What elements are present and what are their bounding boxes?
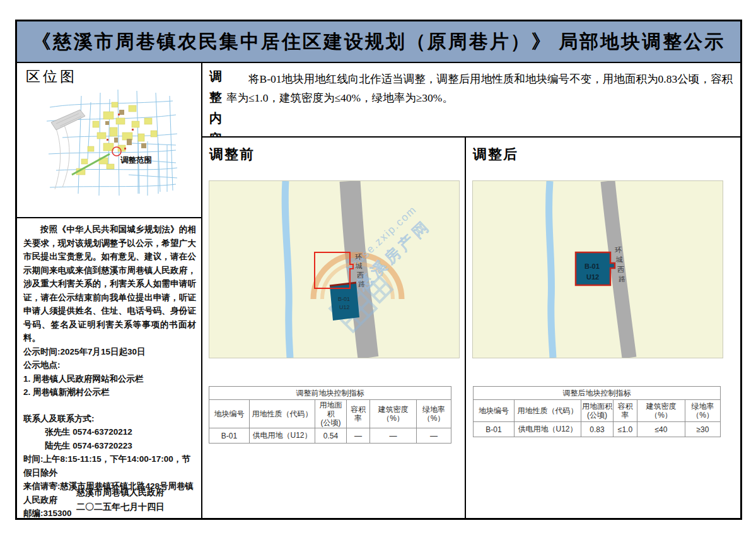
signature-block: 慈溪市周巷镇人民政府 二〇二五年七月十四日 <box>42 485 199 514</box>
adjustment-text: 将B-01地块用地红线向北作适当调整，调整后用地性质和地块编号不变，用地面积为0… <box>226 69 733 107</box>
parcel-after: B-01 U12 <box>576 252 615 285</box>
cell-land-use: 供电用地（U12） <box>515 422 581 437</box>
page-title: 《慈溪市周巷镇农民集中居住区建设规划（原周巷片）》 局部地块调整公示 <box>32 29 726 55</box>
contact-item: 陆先生 0574-63720223 <box>23 439 196 453</box>
cell-density: — <box>370 428 417 444</box>
contact-label: 联系人及联系方式: <box>23 412 196 426</box>
cell-plot-code: B-01 <box>209 428 250 444</box>
after-title: 调整后 <box>473 145 518 164</box>
col-header: 绿地率（%） <box>417 400 451 428</box>
river <box>549 181 553 358</box>
parcel-use-label: U12 <box>586 273 599 281</box>
cell-far: — <box>347 428 370 444</box>
table-row: B-01 供电用地（U12） 0.54 — — — <box>209 428 451 444</box>
adjustment-label: 调 整 内 容 <box>207 68 224 148</box>
col-header: 用地性质（代码） <box>515 400 581 422</box>
cell-density: ≤40 <box>637 422 685 437</box>
location-map-panel: 区位图 <box>17 63 201 218</box>
left-column: 区位图 <box>17 63 202 518</box>
cell-green: ≥30 <box>685 422 721 437</box>
col-header: 地块编号 <box>209 400 250 428</box>
col-header: 用地性质（代码） <box>250 400 315 428</box>
publicity-time: 公示时间:2025年7月15日起30日 <box>23 345 196 359</box>
svg-text:西: 西 <box>617 266 624 273</box>
before-map-svg: house.zxip.com 慈溪房产网 B-01 U12 <box>209 181 459 358</box>
col-header: 用地面积(公顷) <box>315 400 347 428</box>
cell-area: 0.54 <box>315 428 347 444</box>
svg-text:环: 环 <box>615 246 622 254</box>
svg-text:城: 城 <box>615 256 623 263</box>
col-header: 容积率 <box>347 400 370 428</box>
place-label: 公示地点: <box>23 358 196 372</box>
location-minimap: 调整范围 <box>44 83 179 197</box>
parcel-use-label: U12 <box>339 304 350 310</box>
col-header: 建筑密度（%） <box>637 400 685 422</box>
cell-area: 0.83 <box>581 422 614 437</box>
signature-org: 慈溪市周巷镇人民政府 <box>42 485 199 500</box>
adjust-range-label: 调整范围 <box>120 156 152 165</box>
comparison-panels: 调整前 <box>202 138 740 518</box>
cell-far: ≤1.0 <box>614 422 637 437</box>
parcel-code-label: B-01 <box>338 296 350 302</box>
col-header: 地块编号 <box>474 400 515 422</box>
after-control-table: 调整后地块控制指标 地块编号 用地性质（代码） 用地面积(公顷) 容积率 建筑密… <box>473 386 721 437</box>
svg-text:环: 环 <box>355 253 362 261</box>
before-title: 调整前 <box>209 145 255 164</box>
col-header: 用地面积(公顷) <box>581 400 614 422</box>
cell-land-use: 供电用地（U12） <box>250 428 315 444</box>
notice-sheet: 《慈溪市周巷镇农民集中居住区建设规划（原周巷片）》 局部地块调整公示 区位图 <box>15 20 742 520</box>
after-panel: 调整后 B-01 U12 环 城 西 <box>466 138 740 518</box>
table-title: 调整后地块控制指标 <box>474 387 721 400</box>
table-row: B-01 供电用地（U12） 0.83 ≤1.0 ≤40 ≥30 <box>474 422 721 437</box>
minimap-background <box>44 83 179 197</box>
notice-paragraph: 按照《中华人民共和国城乡规划法》的相关要求，现对该规划调整予以公示，希望广大市民… <box>23 223 196 345</box>
office-hours: 时间:上午8:15-11:15，下午14:00-17:00，节假日除外 <box>23 452 196 479</box>
cell-plot-code: B-01 <box>474 422 515 437</box>
notice-text-block: 按照《中华人民共和国城乡规划法》的相关要求，现对该规划调整予以公示，希望广大市民… <box>17 218 201 518</box>
before-panel: 调整前 <box>202 138 466 518</box>
svg-text:路: 路 <box>358 280 365 288</box>
svg-text:城: 城 <box>355 262 363 269</box>
svg-text:路: 路 <box>619 275 625 283</box>
col-header: 建筑密度（%） <box>370 400 417 428</box>
before-control-table: 调整前地块控制指标 地块编号 用地性质（代码） 用地面积(公顷) 容积率 建筑密… <box>209 386 451 444</box>
adjustment-section: 调 整 内 容 将B-01地块用地红线向北作适当调整，调整后用地性质和地块编号不… <box>202 63 740 138</box>
before-map: house.zxip.com 慈溪房产网 B-01 U12 <box>209 180 460 358</box>
after-map-svg: B-01 U12 环 城 西 路 <box>473 181 723 358</box>
signature-date: 二〇二五年七月十四日 <box>42 500 199 514</box>
cell-green: — <box>417 428 451 444</box>
after-map: B-01 U12 环 城 西 路 <box>472 180 723 358</box>
parcel-code-label: B-01 <box>584 262 600 270</box>
table-title: 调整前地块控制指标 <box>209 387 451 400</box>
col-header: 绿地率（%） <box>685 400 721 422</box>
title-bar: 《慈溪市周巷镇农民集中居住区建设规划（原周巷片）》 局部地块调整公示 <box>17 21 740 63</box>
svg-text:西: 西 <box>357 271 364 279</box>
place-item: 2. 周巷镇新潮村公示栏 <box>23 385 196 399</box>
place-item: 1. 周巷镇人民政府网站和公示栏 <box>23 372 196 386</box>
map-background <box>209 181 459 358</box>
col-header: 容积率 <box>614 400 637 422</box>
contact-item: 张先生 0574-63720212 <box>23 425 196 439</box>
